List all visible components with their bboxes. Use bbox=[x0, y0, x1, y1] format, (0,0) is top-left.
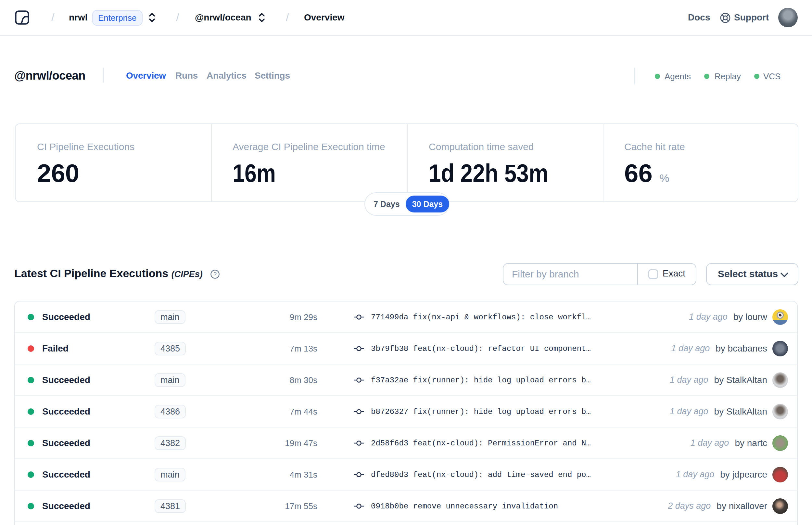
svg-text:?: ? bbox=[213, 271, 217, 278]
